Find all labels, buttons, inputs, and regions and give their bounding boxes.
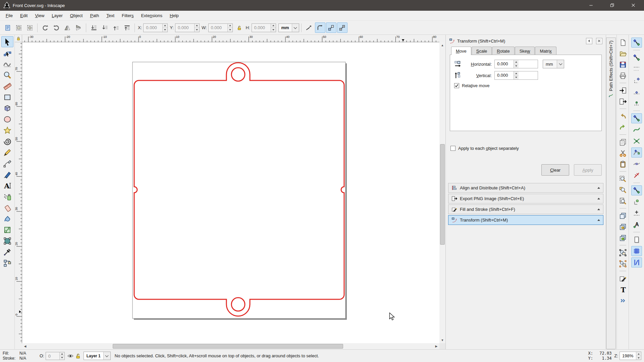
opacity-input[interactable]: 0 [46, 352, 65, 360]
undo-button[interactable] [618, 111, 628, 121]
snap-smooth-nodes-toggle[interactable] [631, 159, 642, 169]
text-tool[interactable]: A [1, 180, 13, 191]
zoom-selection-button[interactable] [618, 174, 628, 184]
snap-guides-toggle[interactable] [631, 257, 642, 267]
group-objects-button[interactable] [618, 248, 628, 257]
panel-bar-align[interactable]: Align and Distribute (Shift+Ctrl+A) [448, 183, 603, 193]
export-png-button[interactable] [618, 97, 628, 106]
snap-bbox-corners-toggle[interactable] [631, 75, 642, 85]
move-patterns-toggle[interactable] [337, 22, 347, 33]
snap-text-baseline-toggle[interactable] [631, 208, 642, 218]
snap-bbox-edge-midpoints-toggle[interactable] [631, 87, 642, 97]
clear-button[interactable]: Clear [541, 164, 569, 176]
select-doc-button[interactable] [2, 22, 13, 33]
horizontal-ruler[interactable]: -30-20-1001020304050607080 [22, 35, 439, 42]
ruler-corner-lock[interactable] [15, 35, 22, 42]
panel-bar-export[interactable]: Export PNG Image (Shift+Ctrl+E) [448, 194, 603, 203]
lock-dimensions-button[interactable] [234, 22, 245, 33]
text-dialog-button[interactable]: T [618, 285, 628, 294]
save-document-button[interactable] [618, 60, 628, 69]
horizontal-input[interactable]: 0.000 [494, 60, 538, 68]
toolbar-unit-select[interactable]: mm [278, 23, 299, 32]
menu-extensions[interactable]: Extensions [137, 11, 166, 20]
snap-page-border-toggle[interactable] [631, 235, 642, 245]
select-all-layers-button[interactable] [24, 22, 35, 33]
star-tool[interactable] [1, 125, 13, 136]
snap-object-centers-toggle[interactable] [631, 185, 642, 195]
select-all-button[interactable] [13, 22, 24, 33]
menu-view[interactable]: View [31, 11, 48, 20]
tab-rotate[interactable]: Rotate [492, 47, 514, 55]
close-button[interactable] [623, 0, 644, 11]
transform-unit-select[interactable]: mm [543, 60, 564, 68]
layer-lock-toggle[interactable] [75, 353, 81, 359]
box-3d-tool[interactable] [1, 103, 13, 114]
redo-button[interactable] [618, 122, 628, 132]
vertical-input[interactable]: 0.000 [494, 71, 538, 80]
ungroup-objects-button[interactable] [618, 259, 628, 268]
unit-dropdown-button[interactable] [292, 24, 299, 32]
zoom-tool[interactable] [1, 69, 13, 80]
h-spinner[interactable] [271, 24, 276, 32]
fill-stroke-dialog-button[interactable] [618, 274, 628, 283]
scroll-down-arrow[interactable]: ▼ [439, 337, 445, 343]
x-input[interactable]: 0.000 [143, 23, 168, 32]
menu-path[interactable]: Path [86, 11, 103, 20]
scale-stroke-toggle[interactable] [304, 22, 314, 33]
menu-filters[interactable]: Filters [118, 11, 137, 20]
opacity-spinner[interactable] [59, 352, 64, 360]
bezier-pen-tool[interactable] [1, 158, 13, 169]
rotate-ccw-button[interactable] [40, 22, 50, 33]
y-input[interactable]: 0.000 [175, 23, 200, 32]
zoom-input[interactable]: 198% [620, 352, 641, 360]
rectangle-tool[interactable] [1, 92, 13, 103]
drawing-canvas[interactable] [22, 42, 439, 343]
gradient-tool[interactable] [1, 224, 13, 235]
snap-paths-toggle[interactable] [631, 125, 642, 135]
fill-stroke-indicator[interactable]: Fill: N/A Stroke: N/A [3, 351, 37, 361]
vertical-spinner[interactable] [514, 71, 519, 79]
dropper-tool[interactable] [1, 246, 13, 257]
zoom-page-button[interactable] [618, 196, 628, 206]
vertical-scrollbar[interactable]: ▲ ▼ [439, 42, 445, 343]
dialog-collapse-button[interactable] [586, 38, 592, 44]
path-effects-tab[interactable]: Path Effects (Shift+Ctrl+7) [606, 38, 616, 349]
snap-line-midpoints-toggle[interactable] [631, 170, 642, 180]
new-document-button[interactable] [618, 38, 628, 47]
selector-tool[interactable] [1, 36, 13, 47]
tab-matrix[interactable]: Matrix [535, 47, 556, 55]
horizontal-scroll-thumb[interactable] [113, 344, 343, 349]
tweak-tool[interactable] [1, 58, 13, 69]
tab-skew[interactable]: Skew [515, 47, 535, 55]
restore-button[interactable] [602, 0, 623, 11]
minimize-button[interactable] [581, 0, 602, 11]
measure-tool[interactable] [1, 80, 13, 92]
h-input[interactable]: 0.000 [252, 23, 276, 32]
horizontal-spinner[interactable] [514, 60, 519, 68]
connector-tool[interactable] [1, 257, 13, 268]
snap-bbox-toggle[interactable] [631, 53, 642, 63]
menu-help[interactable]: Help [166, 11, 182, 20]
menu-file[interactable]: File [2, 11, 16, 20]
panel-bar-transform[interactable]: Transform (Shift+Ctrl+M) [448, 215, 603, 225]
zoom-spinner[interactable] [636, 352, 641, 360]
open-document-button[interactable] [618, 49, 628, 58]
snap-enable-toggle[interactable] [631, 38, 642, 48]
pencil-tool[interactable] [1, 147, 13, 158]
flip-vertical-button[interactable] [73, 22, 84, 33]
layer-visibility-toggle[interactable] [67, 353, 73, 359]
calligraphy-tool[interactable] [1, 169, 13, 180]
duplicate-button[interactable] [618, 211, 628, 221]
relative-move-checkbox[interactable] [454, 83, 459, 88]
tab-move[interactable]: Move [451, 47, 471, 55]
vertical-scroll-thumb[interactable] [440, 144, 445, 245]
apply-button[interactable]: Apply [574, 164, 602, 176]
lower-to-bottom-button[interactable] [89, 22, 99, 33]
lower-one-button[interactable] [100, 22, 110, 33]
snap-cusp-nodes-toggle[interactable] [631, 147, 642, 158]
y-spinner[interactable] [194, 24, 199, 32]
snap-rotation-centers-toggle[interactable] [631, 197, 642, 207]
layer-dropdown-button[interactable] [103, 352, 110, 360]
node-editor-tool[interactable] [1, 47, 13, 58]
apply-each-checkbox[interactable] [450, 146, 455, 151]
